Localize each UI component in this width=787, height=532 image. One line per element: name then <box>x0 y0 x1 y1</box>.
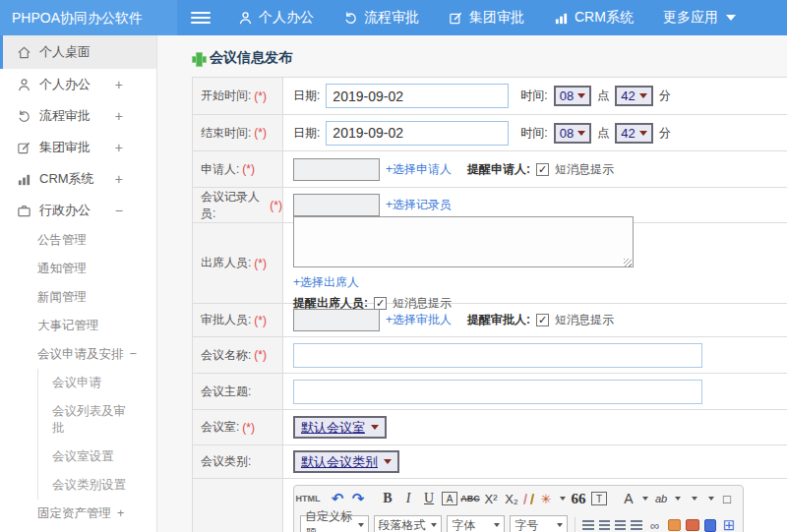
expand-icon[interactable]: + <box>115 108 123 124</box>
caret-down-icon[interactable] <box>642 497 648 501</box>
eraser-icon[interactable] <box>523 494 527 504</box>
meeting-form: 开始时间:(*) 日期: 时间: 08 点 42 分 结束时间:(*) 日期: … <box>192 77 787 532</box>
sms-checkbox[interactable]: ✓ <box>536 314 549 326</box>
sidebar-item-personal-office[interactable]: 个人办公 + <box>0 69 156 100</box>
highlight-color-button[interactable]: ab <box>653 490 669 507</box>
paste-text-button[interactable]: T <box>591 492 607 505</box>
end-minute-select[interactable]: 42 <box>615 123 652 144</box>
font-color-button[interactable]: A <box>621 490 636 507</box>
align-justify-icon[interactable] <box>631 520 641 531</box>
sidebar-item-office-supplies[interactable]: 办公用品管理+ <box>0 528 156 532</box>
start-minute-select[interactable]: 42 <box>615 86 652 106</box>
choose-recorder-link[interactable]: +选择记录员 <box>386 197 452 213</box>
collapse-icon[interactable]: − <box>130 347 137 361</box>
choose-attendees-link[interactable]: +选择出席人 <box>293 274 359 291</box>
person-icon <box>238 11 253 26</box>
choose-approver-link[interactable]: +选择审批人 <box>386 312 452 328</box>
bold-button[interactable]: B <box>380 490 395 507</box>
main-content: 会议信息发布 开始时间:(*) 日期: 时间: 08 点 42 分 结束时间:(… <box>157 35 787 532</box>
caret-down-icon[interactable] <box>675 497 681 501</box>
start-hour-select[interactable]: 08 <box>554 86 591 106</box>
expand-icon[interactable]: + <box>115 77 123 92</box>
sidebar-item-fixed-assets[interactable]: 固定资产管理+ <box>0 500 156 528</box>
undo-icon[interactable]: ↶ <box>330 490 345 507</box>
meeting-topic-input[interactable] <box>293 380 702 404</box>
nav-group-approval[interactable]: 集团审批 <box>449 9 524 27</box>
superscript-button[interactable]: X² <box>483 490 499 507</box>
caret-down-icon[interactable] <box>708 497 714 501</box>
font-size-select[interactable]: 字号 <box>510 515 568 532</box>
caret-down-icon[interactable] <box>560 497 566 501</box>
sidebar-item-crm[interactable]: CRM系统 + <box>0 163 156 195</box>
sidebar-item-group-approval[interactable]: 集团审批 + <box>0 132 156 163</box>
expand-icon[interactable]: + <box>115 140 123 155</box>
strikethrough-button[interactable]: ABC <box>462 490 478 507</box>
start-date-input[interactable] <box>326 84 509 108</box>
flash-icon[interactable] <box>686 519 698 531</box>
row-meeting-room: 会议室:(*) 默认会议室 <box>193 410 787 445</box>
sidebar-item-personal-desktop[interactable]: 个人桌面 <box>0 35 156 69</box>
table-icon[interactable]: ⊞ <box>721 516 737 532</box>
nav-process-approval[interactable]: 流程审批 <box>343 9 419 27</box>
top-bar: PHPOA协同办公软件 个人办公 流程审批 集团审批 CRM系统 <box>0 0 787 35</box>
image-icon[interactable] <box>668 519 681 531</box>
row-meeting-category: 会议类别: 默认会议类别 <box>193 445 787 479</box>
nav-crm-system[interactable]: CRM系统 <box>554 9 634 27</box>
hamburger-menu-icon[interactable] <box>191 0 211 35</box>
choose-applicant-link[interactable]: +选择申请人 <box>386 161 452 178</box>
sms-checkbox[interactable]: ✓ <box>536 163 549 176</box>
expand-icon[interactable]: + <box>117 506 124 520</box>
format-brush-icon[interactable] <box>530 494 534 504</box>
nav-personal-office[interactable]: 个人办公 <box>238 9 314 27</box>
caret-down-icon <box>639 93 647 98</box>
sidebar-item-meeting-room-setting[interactable]: 会议室设置 <box>38 443 133 471</box>
required-mark: (*) <box>270 199 282 212</box>
caret-down-icon[interactable] <box>692 497 697 501</box>
nav-more-apps[interactable]: 更多应用 <box>663 9 736 27</box>
meeting-name-input[interactable] <box>293 343 702 368</box>
sidebar-item-process-approval[interactable]: 流程审批 + <box>0 100 156 132</box>
font-style-button[interactable]: A <box>442 492 457 505</box>
align-right-icon[interactable] <box>615 520 626 531</box>
sidebar-item-notice-mgmt[interactable]: 通知管理 <box>0 255 156 283</box>
expand-icon[interactable]: + <box>115 171 123 187</box>
hyperlink-icon[interactable]: ∞ <box>647 516 663 532</box>
sidebar-item-meeting-category-setting[interactable]: 会议类别设置 <box>38 471 133 500</box>
align-center-icon[interactable] <box>599 520 610 531</box>
paint-icon[interactable]: ✳ <box>538 490 554 507</box>
redo-icon[interactable]: ↷ <box>350 490 366 507</box>
underline-button[interactable]: U <box>421 490 437 507</box>
caret-down-icon <box>557 523 563 527</box>
html-source-button[interactable]: HTML <box>300 490 316 507</box>
collapse-icon[interactable]: − <box>115 203 123 218</box>
paragraph-format-select[interactable]: 段落格式 <box>374 515 443 532</box>
row-applicant: 申请人:(*) +选择申请人 提醒申请人: ✓ 短消息提示 <box>193 151 787 188</box>
italic-button[interactable]: I <box>400 490 416 507</box>
end-date-input[interactable] <box>326 121 509 146</box>
approver-input[interactable] <box>293 309 380 331</box>
meeting-category-select[interactable]: 默认会议类别 <box>293 450 399 473</box>
blockquote-button[interactable]: 66 <box>571 490 586 507</box>
new-page-icon[interactable]: □ <box>719 490 735 507</box>
sidebar-item-memorabilia-mgmt[interactable]: 大事记管理 <box>0 312 156 340</box>
recorder-input[interactable] <box>293 194 380 216</box>
attendees-textarea[interactable] <box>293 216 634 267</box>
end-hour-select[interactable]: 08 <box>554 123 591 144</box>
sidebar-item-meeting-apply[interactable]: 会议申请 <box>38 369 133 397</box>
media-icon[interactable] <box>704 519 717 532</box>
app-logo: PHPOA协同办公软件 <box>0 0 177 35</box>
sidebar-item-announcement-mgmt[interactable]: 公告管理 <box>0 226 156 255</box>
sidebar-item-admin-office[interactable]: 行政办公 − <box>0 195 156 226</box>
applicant-input[interactable] <box>293 158 380 181</box>
align-left-icon[interactable] <box>582 520 593 531</box>
caret-down-icon <box>494 523 500 527</box>
font-family-select[interactable]: 字体 <box>447 515 505 532</box>
subscript-button[interactable]: X₂ <box>504 490 519 507</box>
sidebar-item-meeting-request[interactable]: 会议申请及安排− <box>0 340 156 369</box>
heading-select[interactable]: 自定义标题 <box>300 515 369 532</box>
meeting-room-select[interactable]: 默认会议室 <box>293 416 387 439</box>
resize-handle-icon[interactable] <box>624 259 632 266</box>
sidebar-item-news-mgmt[interactable]: 新闻管理 <box>0 283 156 312</box>
row-meeting-content: HTML ↶ ↷ B I U A ABC X² X₂ <box>193 479 787 532</box>
sidebar-item-meeting-list-approval[interactable]: 会议列表及审批 <box>38 397 133 443</box>
